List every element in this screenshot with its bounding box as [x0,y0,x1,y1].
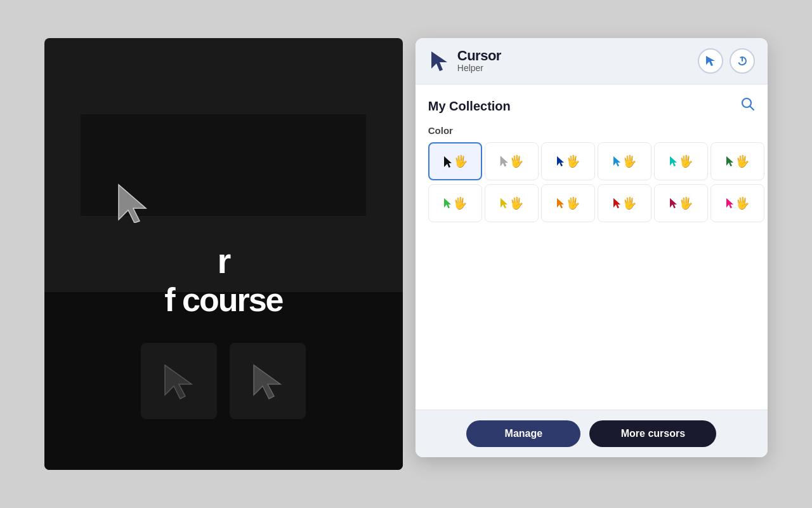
svg-marker-13 [670,156,677,166]
hand-yellow: 🖐️ [509,196,523,210]
svg-marker-1 [165,365,192,399]
cursor-cell-dark-blue[interactable]: 🖐️ [541,142,595,180]
more-cursors-button[interactable]: More cursors [589,420,716,447]
svg-marker-9 [444,156,452,168]
cursor-arrow-gray [499,156,508,167]
svg-line-8 [750,107,754,110]
hand-black: 🖐️ [454,154,468,168]
svg-marker-11 [557,156,564,166]
cursor-arrow-dark-green [725,156,734,167]
svg-marker-12 [613,156,620,166]
hand-green: 🖐️ [453,196,467,210]
svg-marker-15 [444,198,451,208]
svg-marker-16 [501,198,508,208]
svg-marker-2 [254,365,280,399]
section-header: My Collection [428,97,755,115]
cursor-preview-arrow [115,182,150,223]
app-title: Cursor [457,48,501,64]
svg-marker-18 [613,198,620,208]
cursor-arrow-dark-blue [556,156,565,167]
cursor-cell-dark-green[interactable]: 🖐️ [710,142,764,180]
cursor-arrow-green [443,197,452,209]
svg-marker-19 [670,198,677,208]
cursor-grid-row1: 🖐️ 🖐️ 🖐️ 🖐️ [428,142,755,180]
svg-marker-20 [726,198,733,208]
hand-teal: 🖐️ [679,154,693,168]
popup-header: Cursor Helper [416,38,768,84]
bottom-icon-1 [141,343,217,419]
main-container: r f course [44,38,768,470]
logo-area: Cursor Helper [428,48,501,74]
popup-footer: Manage More cursors [416,410,768,457]
bottom-cursor-icon-2 [249,362,287,400]
cursor-preview-area [81,114,366,216]
cursor-arrow-teal [669,156,678,167]
cursor-arrow-maroon [669,197,678,209]
left-panel-text2: f course [164,281,282,319]
svg-marker-14 [726,156,733,166]
header-actions [698,48,755,74]
cursor-cell-orange[interactable]: 🖐️ [541,184,595,222]
cursor-arrow-blue [612,156,621,167]
hand-dark-green: 🖐️ [735,154,749,168]
left-panel: r f course [44,38,403,470]
logo-text: Cursor Helper [457,48,501,74]
svg-marker-3 [431,51,447,71]
cursor-mode-icon [705,55,716,67]
cursor-cell-teal[interactable]: 🖐️ [654,142,708,180]
color-label: Color [428,125,755,136]
hand-pink: 🖐️ [735,196,749,210]
power-icon [737,55,748,67]
bottom-bar: r f course [44,292,403,470]
cursor-arrow-pink [725,197,734,209]
cursor-cell-red[interactable]: 🖐️ [598,184,652,222]
hand-dark-blue: 🖐️ [566,154,580,168]
cursor-arrow-red [612,197,621,209]
cursor-arrow-orange [556,197,565,209]
cursor-toggle-button[interactable] [698,48,723,74]
cursor-cell-gray[interactable]: 🖐️ [485,142,539,180]
manage-button[interactable]: Manage [466,420,580,447]
cursor-grid-row2: 🖐️ 🖐️ 🖐️ 🖐️ [428,184,755,222]
search-icon [741,97,755,111]
svg-marker-4 [706,56,715,66]
logo-icon [428,50,451,72]
search-button[interactable] [741,97,755,115]
cursor-helper-popup: Cursor Helper [416,38,768,457]
cursor-cell-green[interactable]: 🖐️ [428,184,482,222]
hand-orange: 🖐️ [566,196,580,210]
bottom-cursor-icon [160,362,198,400]
hand-maroon: 🖐️ [679,196,693,210]
cursor-cell-blue[interactable]: 🖐️ [598,142,652,180]
cursor-cell-black[interactable]: 🖐️ [428,142,482,180]
cursor-cell-pink[interactable]: 🖐️ [710,184,764,222]
hand-blue: 🖐️ [622,154,636,168]
popup-content: My Collection Color 🖐️ [416,84,768,410]
cursor-arrow-yellow [499,197,508,209]
svg-marker-10 [501,156,508,166]
left-panel-text: r [164,241,282,281]
bottom-icon-2 [230,343,306,419]
cursor-helper-logo-icon [428,50,451,72]
section-title: My Collection [428,99,511,114]
app-subtitle: Helper [457,64,501,73]
power-button[interactable] [730,48,755,74]
svg-marker-17 [557,198,564,208]
cursor-cell-yellow[interactable]: 🖐️ [485,184,539,222]
cursor-cell-maroon[interactable]: 🖐️ [654,184,708,222]
cursor-arrow-black [443,156,453,168]
svg-marker-0 [119,185,146,223]
hand-gray: 🖐️ [509,154,523,168]
hand-red: 🖐️ [622,196,636,210]
